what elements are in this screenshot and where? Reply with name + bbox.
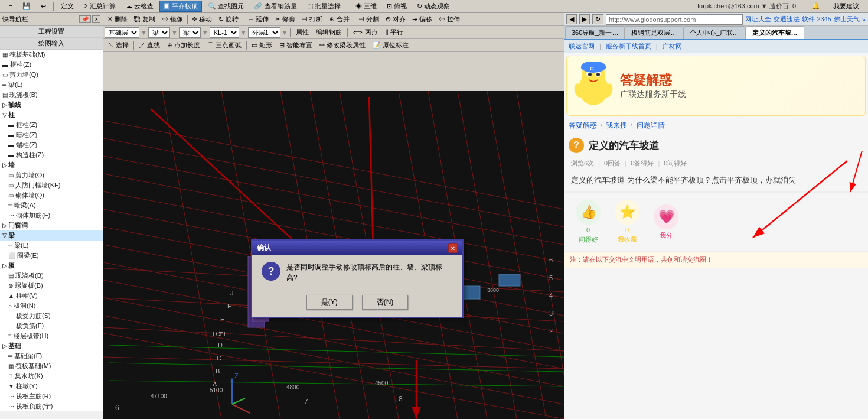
tree-item-col-pier[interactable]: ▼柱墩(Y) — [0, 381, 103, 391]
tree-item-masonry-rebar[interactable]: ⋯砌体加筋(F) — [0, 210, 103, 220]
tree-item-floor-band[interactable]: ≡楼层板带(H) — [0, 331, 103, 341]
parallel-btn[interactable]: ∥ 平行 — [382, 27, 406, 38]
smart-layout-btn[interactable]: ⊞ 智能布置 — [276, 40, 315, 51]
align-btn[interactable]: ⊜ 对齐 — [383, 14, 409, 25]
modify-seg-btn[interactable]: ✏ 修改梁段属性 — [316, 40, 368, 51]
browser-back-btn[interactable]: ◀ — [566, 14, 577, 24]
point-len-btn[interactable]: ⊕ 点加长度 — [164, 40, 203, 51]
line-btn[interactable]: ／ 直线 — [136, 40, 163, 51]
tree-item-neg-rebar[interactable]: ⋯板负筋(F) — [0, 321, 103, 331]
company-link[interactable]: 联达官网 — [569, 42, 595, 51]
dialog-yes-btn[interactable]: 是(Y) — [306, 295, 353, 310]
tree-item-cast-slab[interactable]: ▤ 现浇板(B) — [0, 90, 103, 100]
engineering-settings-btn[interactable]: 工程设置 — [0, 26, 103, 38]
like-btn[interactable]: 👍 0 问得好 — [576, 200, 601, 244]
bell-icon[interactable]: 🔔 — [808, 1, 824, 11]
dialog-close-btn[interactable]: × — [448, 243, 458, 253]
tree-group-door[interactable]: ▷ 门窗洞 — [0, 220, 103, 230]
traffic-law-link[interactable]: 交通违法 — [774, 15, 800, 24]
tab-profile[interactable]: 个人中心_广联… — [683, 26, 745, 39]
select-btn[interactable]: ↖ 选择 — [105, 40, 132, 51]
extend-btn[interactable]: → 延伸 — [244, 14, 272, 25]
weather-link[interactable]: 佛山天气 — [834, 15, 860, 24]
batch-select-btn[interactable]: ⬚ 批量选择 — [303, 1, 345, 12]
cloud-check-btn[interactable]: ☁ 云检查 — [122, 1, 158, 12]
cad-drawing-area[interactable]: A B C D E F H J LCFE 6 5 4 3 2 6 7 8 — [103, 91, 564, 419]
tree-item-beam[interactable]: ═ 梁(L) — [0, 80, 103, 90]
tree-item-shear-wall[interactable]: ▭ 剪力墙(Q) — [0, 70, 103, 80]
tree-group-col[interactable]: ▽ 柱 — [0, 110, 103, 120]
my-search-link[interactable]: 我来搜 — [606, 121, 627, 131]
shortcut-web-link[interactable]: 网址大全 — [745, 15, 771, 24]
tree-item-raft-foundation[interactable]: ▦ 筏板基础(M) — [0, 50, 103, 60]
tree-item-dark-col[interactable]: ▬暗柱(Z) — [0, 130, 103, 140]
share-btn[interactable]: 💗 我分 — [654, 204, 678, 240]
tree-item-col-cap[interactable]: ▲柱帽(V) — [0, 291, 103, 301]
tree-item-spiral-slab[interactable]: ⊚螺旋板(B) — [0, 281, 103, 291]
question-detail-link[interactable]: 问题详情 — [637, 121, 665, 131]
material-link[interactable]: 广材网 — [663, 42, 682, 51]
tree-item-dark-beam[interactable]: ═暗梁(A) — [0, 200, 103, 210]
address-bar[interactable]: http://www.glodonsupport.com — [606, 14, 743, 25]
mirror-btn[interactable]: ⇔ 镜像 — [159, 14, 186, 25]
offset-btn[interactable]: ⇥ 偏移 — [409, 14, 435, 25]
break-btn[interactable]: ⊣ 打断 — [299, 14, 325, 25]
more-link[interactable]: » — [862, 16, 866, 23]
merge-btn[interactable]: ⊕ 合并 — [327, 14, 353, 25]
rotate-btn[interactable]: ↻ 旋转 — [216, 14, 242, 25]
tree-group-beam[interactable]: ▽ 梁 — [0, 230, 103, 241]
dynamic-view-btn[interactable]: ↻ 动态观察 — [413, 1, 454, 12]
view-rebar-btn[interactable]: 🔗 查看钢筋量 — [250, 1, 301, 12]
tree-item-raft-main-rebar[interactable]: ⋯筏板主筋(R) — [0, 391, 103, 401]
define-btn[interactable]: 定义 — [57, 1, 78, 12]
tree-group-slab[interactable]: ▷ 板 — [0, 261, 103, 271]
qa-nav-link[interactable]: 答疑解惑 — [569, 121, 597, 131]
tree-item-beam2[interactable]: ═梁(L) — [0, 241, 103, 251]
two-point-btn[interactable]: ⟺ 两点 — [350, 27, 380, 38]
rect-btn[interactable]: ▭ 矩形 — [249, 40, 275, 51]
edit-rebar-btn[interactable]: 编辑钢筋 — [313, 27, 345, 38]
property-btn[interactable]: 属性 — [293, 27, 312, 38]
software-link[interactable]: 软件-2345 — [802, 15, 831, 24]
arc-btn[interactable]: ⌒ 三点画弧 — [204, 40, 244, 51]
menu-btn[interactable]: ≡ — [5, 2, 17, 11]
star-btn[interactable]: ⭐ 0 我收藏 — [615, 200, 639, 244]
tree-item-struct-col[interactable]: ▬构造柱(Z) — [0, 150, 103, 160]
tree-item-pit[interactable]: ⊓集水坑(K) — [0, 371, 103, 381]
in-situ-note-btn[interactable]: 📝 原位标注 — [370, 40, 412, 51]
tree-item-slab-rebar[interactable]: ⋯板受力筋(S) — [0, 311, 103, 321]
tree-item-end-col[interactable]: ▬端柱(Z) — [0, 140, 103, 150]
tab-360[interactable]: 360导航_新一… — [565, 26, 625, 39]
undo-btn[interactable]: ↩ — [37, 1, 50, 11]
tree-group-axis[interactable]: ▷ 轴线 — [0, 100, 103, 110]
tree-item-frame-col2[interactable]: ▬框柱(Z) — [0, 120, 103, 130]
tree-item-civil-wall[interactable]: ▭人防门框墙(KF) — [0, 180, 103, 190]
tree-item-frame-col[interactable]: ▬ 框柱(Z) — [0, 60, 103, 70]
3d-btn[interactable]: ◈ 三维 — [351, 1, 381, 12]
top-view-btn[interactable]: ⊡ 俯视 — [383, 1, 411, 12]
tab-ramp[interactable]: 定义的汽车坡… — [746, 26, 804, 39]
tree-item-ring-beam[interactable]: ⬜圈梁(E) — [0, 251, 103, 261]
browser-forward-btn[interactable]: ▶ — [579, 14, 590, 24]
save-btn[interactable]: 💾 — [18, 1, 35, 11]
tree-group-foundation[interactable]: ▷ 基础 — [0, 341, 103, 351]
element-select[interactable]: KL-1 — [210, 27, 239, 38]
tree-item-raft-neg-rebar[interactable]: ⋯筏板负筋(宁) — [0, 401, 103, 411]
tab-rebar[interactable]: 板钢筋是双层… — [625, 26, 683, 39]
sum-btn[interactable]: Σ 汇总计算 — [80, 1, 120, 12]
find-element-btn[interactable]: 🔍 查找图元 — [204, 1, 248, 12]
copy-btn[interactable]: ⿻ 复制 — [131, 14, 158, 25]
tree-item-found-beam[interactable]: ═基础梁(F) — [0, 351, 103, 361]
layer-select[interactable]: 分层1 — [248, 27, 280, 38]
move-btn[interactable]: ✛ 移动 — [189, 14, 215, 25]
drawing-input-btn[interactable]: 绘图输入 — [0, 38, 103, 50]
type-select1[interactable]: 梁 — [148, 27, 170, 38]
stretch-btn[interactable]: ⇔ 拉伸 — [436, 14, 463, 25]
delete-btn[interactable]: ✕ 删除 — [105, 14, 130, 25]
tree-group-wall[interactable]: ▷ 墙 — [0, 160, 103, 170]
close-left-panel-btn[interactable]: × — [92, 15, 100, 23]
tree-item-raft2[interactable]: ▦筏板基础(M) — [0, 361, 103, 371]
trim-btn[interactable]: ✂ 修剪 — [272, 14, 298, 25]
tree-item-cast-slab2[interactable]: ▤现浇板(B) — [0, 271, 103, 281]
tree-item-slab-hole[interactable]: ○板洞(N) — [0, 301, 103, 311]
